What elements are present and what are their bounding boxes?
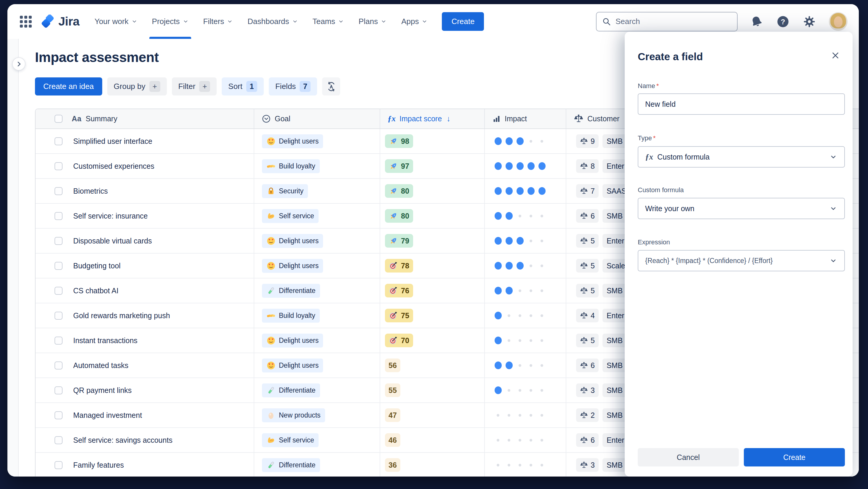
impact-dot-filled (527, 162, 535, 170)
row-checkbox[interactable] (55, 386, 63, 394)
idea-summary: Biometrics (73, 187, 108, 195)
row-checkbox[interactable] (55, 162, 63, 170)
impact-rating (493, 439, 547, 441)
row-checkbox[interactable] (55, 461, 63, 469)
customer-count: 5 (591, 237, 595, 245)
flexed-biceps-icon (267, 211, 276, 221)
row-checkbox[interactable] (55, 137, 63, 145)
customer-count-badge: 9 (576, 134, 599, 148)
goal-label: Build loyalty (279, 162, 315, 170)
column-header-goal[interactable]: Goal (254, 109, 380, 128)
row-checkbox[interactable] (55, 337, 63, 345)
nav-item-teams[interactable]: Teams (305, 4, 351, 39)
expression-label: Expression (638, 238, 670, 246)
impact-dot-empty (540, 439, 543, 441)
impact-score-cell: 76 (380, 279, 485, 303)
impact-score-cell: 56 (380, 353, 485, 377)
select-all-checkbox[interactable] (55, 115, 63, 123)
row-checkbox[interactable] (55, 262, 63, 270)
impact-score-cell: 79 (380, 229, 485, 253)
row-checkbox[interactable] (55, 411, 63, 419)
impact-dot-empty (530, 215, 532, 218)
view-toolbar: Create an idea Group by + Filter + Sort … (35, 78, 340, 95)
impact-cell (485, 328, 566, 353)
customer-count: 6 (591, 212, 595, 220)
custom-formula-select[interactable]: Write your own (638, 198, 845, 219)
nav-item-plans[interactable]: Plans (351, 4, 394, 39)
row-checkbox[interactable] (55, 436, 63, 444)
nav-item-projects[interactable]: Projects (145, 4, 196, 39)
settings-gear-icon[interactable] (803, 15, 816, 28)
app-switcher-icon[interactable] (20, 16, 32, 28)
row-checkbox[interactable] (55, 362, 63, 370)
idea-summary: Gold rewards marketing push (73, 311, 170, 320)
impact-dot-filled (527, 187, 535, 195)
summary-cell: Simplified user interface (36, 129, 254, 153)
type-select[interactable]: ƒx Custom formula (638, 146, 845, 168)
expression-select[interactable]: {Reach} * {Impact} * (Confidence} / {Eff… (638, 250, 845, 271)
search-input[interactable] (616, 17, 732, 26)
row-checkbox[interactable] (55, 287, 63, 295)
impact-dot-empty (540, 264, 543, 267)
create-idea-button[interactable]: Create an idea (35, 78, 102, 95)
row-checkbox[interactable] (55, 187, 63, 195)
goal-cell: Self service (254, 204, 380, 228)
impact-score-badge: 70 (385, 334, 413, 347)
impact-score-value: 78 (401, 262, 409, 270)
impact-cell (485, 453, 566, 477)
create-field-button[interactable]: Create (744, 448, 845, 466)
text-style-icon: Aa (72, 114, 82, 123)
idea-summary: Budgeting tool (73, 262, 121, 270)
user-avatar[interactable] (829, 12, 847, 31)
filter-button[interactable]: Filter + (172, 78, 217, 95)
row-checkbox[interactable] (55, 237, 63, 245)
jira-logo[interactable]: Jira (40, 15, 80, 29)
column-header-impact-score[interactable]: ƒx Impact score ↓ (380, 109, 485, 128)
plus-icon: + (199, 81, 210, 92)
create-button[interactable]: Create (442, 12, 484, 31)
impact-dot-filled (517, 162, 524, 170)
goal-chip: Build loyalty (262, 309, 320, 323)
impact-dot-empty (519, 439, 521, 441)
impact-rating (493, 312, 547, 319)
nav-item-dashboards[interactable]: Dashboards (240, 4, 305, 39)
customer-count: 5 (591, 286, 595, 295)
goal-chip: Differentiate (262, 458, 320, 472)
search-box[interactable] (596, 12, 738, 31)
goal-label: Delight users (279, 262, 318, 270)
nav-item-label: Filters (203, 17, 224, 26)
impact-dot-empty (530, 264, 532, 267)
nav-item-apps[interactable]: Apps (394, 4, 435, 39)
row-checkbox[interactable] (55, 212, 63, 220)
sort-count-badge: 1 (246, 81, 257, 92)
impact-cell (485, 254, 566, 278)
cancel-button[interactable]: Cancel (638, 448, 739, 466)
column-header-summary[interactable]: Aa Summary (36, 109, 254, 128)
goal-cell: New products (254, 403, 380, 427)
idea-summary: Simplified user interface (73, 137, 152, 146)
impact-rating (493, 187, 547, 195)
customer-count: 4 (591, 311, 595, 320)
customer-count-badge: 5 (576, 284, 599, 297)
close-panel-button[interactable] (828, 48, 842, 63)
translate-button[interactable] (322, 78, 340, 95)
fields-button[interactable]: Fields 7 (269, 78, 317, 95)
customer-segment-chip: SMB (602, 284, 627, 297)
customer-count-badge: 6 (576, 433, 599, 447)
nav-item-your-work[interactable]: Your work (87, 4, 145, 39)
column-header-impact[interactable]: Impact (485, 109, 566, 128)
goal-cell: Build loyalty (254, 154, 380, 178)
help-icon[interactable]: ? (776, 15, 790, 28)
name-field[interactable] (638, 93, 845, 115)
impact-dot-filled (495, 162, 502, 170)
expand-sidebar-button[interactable] (12, 57, 26, 70)
group-by-button[interactable]: Group by + (107, 78, 167, 95)
impact-dot-empty (540, 314, 543, 317)
row-checkbox[interactable] (55, 312, 63, 320)
impact-dot-empty (540, 140, 543, 143)
notifications-bell-icon[interactable] (750, 15, 763, 28)
name-input[interactable] (645, 100, 837, 109)
impact-dot-filled (495, 312, 502, 319)
sort-button[interactable]: Sort 1 (222, 78, 264, 95)
nav-item-filters[interactable]: Filters (196, 4, 240, 39)
